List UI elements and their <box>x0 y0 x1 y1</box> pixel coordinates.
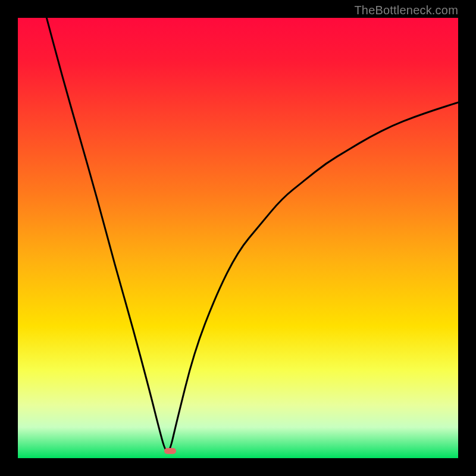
plot-area <box>18 18 458 458</box>
bottleneck-curve <box>18 18 458 458</box>
bottleneck-marker <box>164 448 176 454</box>
watermark-text: TheBottleneck.com <box>354 4 458 17</box>
